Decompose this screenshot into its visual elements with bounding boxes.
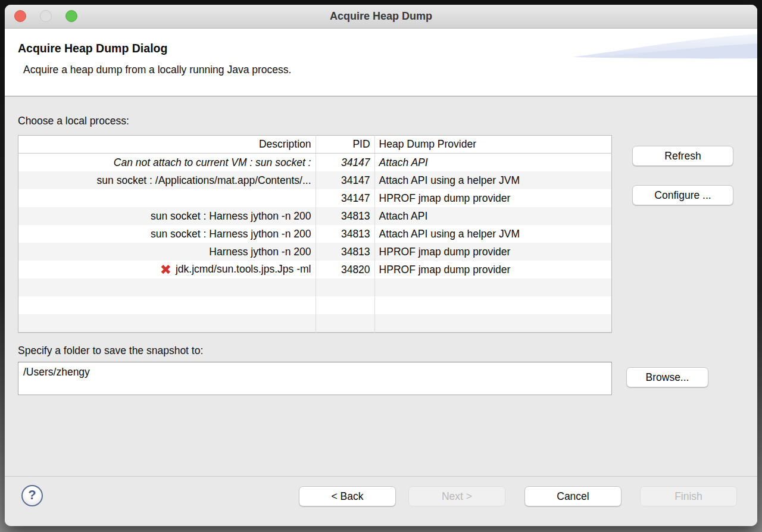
cell-pid: 34820 [316,261,374,278]
cell-provider: HPROF jmap dump provider [374,189,611,207]
column-header-description[interactable]: Description [18,136,316,154]
back-button[interactable]: < Back [299,486,396,506]
table-row[interactable]: ✖jdk.jcmd/sun.tools.jps.Jps -ml 34820 HP… [18,261,612,278]
cell-provider [374,314,611,333]
table-row[interactable]: sun socket : Harness jython -n 200 34813… [18,207,612,225]
browse-button[interactable]: Browse... [626,367,708,387]
table-header-row: Description PID Heap Dump Provider [18,136,612,154]
cell-provider: HPROF jmap dump provider [374,261,611,278]
finish-button[interactable]: Finish [640,486,737,506]
cell-provider: HPROF jmap dump provider [374,243,611,261]
wizard-header: Acquire Heap Dump Dialog Acquire a heap … [5,29,757,96]
cell-pid: 34813 [316,243,374,261]
cell-description: sun socket : Harness jython -n 200 [151,210,311,222]
empty-row[interactable] [18,314,612,333]
cell-description: sun socket : /Applications/mat.app/Conte… [97,174,311,186]
empty-row[interactable] [18,278,612,296]
column-header-provider[interactable]: Heap Dump Provider [374,136,611,154]
table-row[interactable]: Harness jython -n 200 34813 HPROF jmap d… [18,243,612,261]
cell-pid [316,296,374,314]
cell-description: Can not attach to current VM : sun socke… [114,157,311,168]
dialog-content: Choose a local process: Description PID … [5,96,757,395]
title-bar: Acquire Heap Dump [5,5,757,29]
table-row[interactable]: sun socket : Harness jython -n 200 34813… [18,225,612,243]
cell-pid: 34813 [316,225,374,243]
table-row[interactable]: 34147 HPROF jmap dump provider [18,189,612,207]
cell-provider: Attach API [374,154,611,172]
cell-provider: Attach API using a helper JVM [374,225,611,243]
configure-button[interactable]: Configure ... [632,185,733,205]
refresh-button[interactable]: Refresh [632,146,733,166]
column-header-pid[interactable]: PID [316,136,374,154]
cell-provider [374,278,611,296]
process-table: Description PID Heap Dump Provider Can n… [18,135,612,333]
cell-description: sun socket : Harness jython -n 200 [151,228,311,240]
folder-label: Specify a folder to save the snapshot to… [18,345,744,357]
cell-pid [316,314,374,333]
empty-row[interactable] [18,296,612,314]
cancel-button[interactable]: Cancel [524,486,622,506]
table-row[interactable]: sun socket : /Applications/mat.app/Conte… [18,171,612,189]
cell-provider: Attach API using a helper JVM [374,171,611,189]
cell-pid: 34147 [316,171,374,189]
cell-pid: 34147 [316,189,374,207]
cell-provider: Attach API [374,207,611,225]
next-button[interactable]: Next > [408,486,505,506]
cell-provider [374,296,611,314]
dialog-window: Acquire Heap Dump Acquire Heap Dump Dial… [5,5,757,526]
process-list-label: Choose a local process: [18,96,744,127]
cell-description: Harness jython -n 200 [209,246,311,258]
window-title: Acquire Heap Dump [5,5,757,28]
error-icon: ✖ [160,263,171,277]
page-subtitle: Acquire a heap dump from a locally runni… [23,64,744,76]
page-title: Acquire Heap Dump Dialog [18,29,744,55]
folder-input[interactable]: /Users/zhengy [18,362,612,395]
process-table-body: Can not attach to current VM : sun socke… [18,154,612,333]
cell-pid: 34813 [316,207,374,225]
button-bar: ? < Back Next > Cancel Finish [5,476,757,526]
help-icon[interactable]: ? [21,485,43,506]
cell-pid: 34147 [316,154,374,172]
table-row[interactable]: Can not attach to current VM : sun socke… [18,154,612,172]
cell-description: jdk.jcmd/sun.tools.jps.Jps -ml [176,263,311,275]
cell-pid [316,278,374,296]
